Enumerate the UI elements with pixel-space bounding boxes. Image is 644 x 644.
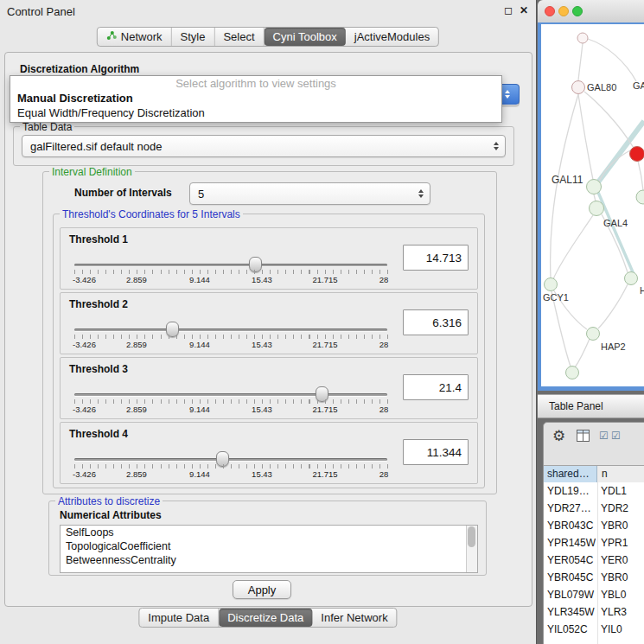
table-row[interactable]: YPR145WYPR1 bbox=[544, 534, 644, 552]
tick-label: 2.859 bbox=[126, 469, 147, 479]
tab-discretize-data[interactable]: Discretize Data bbox=[219, 609, 312, 627]
table-header: shared… n bbox=[544, 465, 644, 483]
window-title: Control Panel bbox=[7, 5, 75, 18]
tab-label: Infer Network bbox=[321, 611, 387, 624]
close-traffic-light[interactable] bbox=[545, 6, 555, 16]
column-header-name[interactable]: n bbox=[598, 466, 644, 482]
table-browser-window: ⚙ ☑ ☑ shared… n YDL19…YDL1 YDR27…YDR2 YB… bbox=[543, 422, 644, 644]
numerical-attributes-list: SelfLoops TopologicalCoefficient Between… bbox=[60, 525, 478, 573]
close-icon[interactable]: ✕ bbox=[520, 4, 528, 16]
threshold-3-slider-track[interactable] bbox=[74, 393, 387, 396]
network-node[interactable] bbox=[566, 367, 579, 379]
list-item[interactable]: TopologicalCoefficient bbox=[61, 539, 477, 553]
list-item[interactable]: SelfLoops bbox=[61, 526, 477, 539]
threshold-3-panel: Threshold 3 -3.426 2.859 9.144 15.43 21.… bbox=[60, 357, 478, 419]
network-node[interactable] bbox=[590, 201, 604, 216]
tab-style[interactable]: Style bbox=[172, 28, 215, 46]
number-of-intervals-combo[interactable]: 5 bbox=[189, 182, 430, 205]
interval-definition-group-title: Interval Definition bbox=[49, 166, 135, 178]
network-window-titlebar[interactable] bbox=[538, 0, 644, 23]
algorithm-dropdown-popup: Select algorithm to view settings Manual… bbox=[10, 75, 502, 123]
list-item[interactable]: BetweennessCentrality bbox=[61, 553, 477, 567]
table-row[interactable]: YER054CYER0 bbox=[544, 552, 644, 569]
attributes-group-title: Attributes to discretize bbox=[55, 495, 163, 507]
tab-network[interactable]: Network bbox=[98, 28, 172, 46]
tab-label: Select bbox=[223, 30, 254, 43]
tab-label: jActiveModules bbox=[354, 30, 430, 43]
threshold-4-slider-track[interactable] bbox=[74, 458, 387, 461]
column-divider bbox=[597, 482, 598, 644]
threshold-1-slider-track[interactable] bbox=[74, 264, 387, 266]
popup-prompt: Select algorithm to view settings bbox=[10, 76, 501, 91]
table-row[interactable]: YDL19…YDL1 bbox=[544, 482, 644, 500]
tick-label: 9.144 bbox=[189, 275, 210, 284]
checkbox-icon[interactable]: ☑ bbox=[611, 430, 621, 442]
tick-label: 15.43 bbox=[252, 275, 272, 284]
column-header-shared-name[interactable]: shared… bbox=[544, 466, 597, 482]
minimize-traffic-light[interactable] bbox=[558, 6, 569, 16]
table-panel-titlebar[interactable]: Table Panel bbox=[538, 394, 644, 418]
checkbox-icon[interactable]: ☑ bbox=[599, 430, 609, 442]
threshold-coordinates-group-title: Threshold's Coordinates for 5 Intervals bbox=[60, 208, 243, 220]
scrollbar-thumb[interactable] bbox=[468, 526, 475, 547]
tab-select[interactable]: Select bbox=[214, 28, 264, 46]
table-row[interactable]: YDR27…YDR2 bbox=[544, 500, 644, 517]
tick-label: 9.144 bbox=[189, 340, 210, 349]
network-node[interactable] bbox=[587, 328, 600, 341]
table-data-combo[interactable]: galFiltered.sif default node bbox=[22, 135, 506, 157]
tick-label: 9.144 bbox=[189, 405, 210, 414]
network-node[interactable] bbox=[636, 190, 644, 204]
slider-tick-marks bbox=[74, 335, 388, 339]
zoom-traffic-light[interactable] bbox=[572, 6, 583, 16]
network-node[interactable] bbox=[625, 272, 638, 285]
tick-label: 28 bbox=[379, 340, 389, 349]
network-icon bbox=[106, 30, 118, 43]
network-view-window: GAL80 GA GAL11 GAL4 GCY1 H HAP2 bbox=[538, 0, 644, 391]
table-row[interactable]: YLR345WYLR3 bbox=[544, 603, 644, 621]
tab-infer-network[interactable]: Infer Network bbox=[312, 609, 396, 627]
tab-label: Network bbox=[121, 30, 163, 43]
tab-label: Cyni Toolbox bbox=[273, 30, 337, 43]
tab-impute-data[interactable]: Impute Data bbox=[139, 609, 219, 627]
chevron-up-down-icon bbox=[418, 189, 424, 198]
threshold-4-value-field[interactable] bbox=[403, 439, 469, 465]
table-row[interactable]: YBR045CYBR0 bbox=[544, 569, 644, 586]
slider-tick-marks bbox=[74, 464, 388, 469]
node-label: H bbox=[640, 285, 644, 296]
tab-label: Discretize Data bbox=[227, 611, 303, 624]
table-row[interactable]: YBL079WYBL0 bbox=[544, 586, 644, 603]
network-view-frame: GAL80 GA GAL11 GAL4 GCY1 H HAP2 bbox=[538, 22, 644, 391]
network-node[interactable] bbox=[545, 278, 558, 291]
popup-item-equal-width[interactable]: Equal Width/Frequency Discretization bbox=[10, 105, 501, 120]
threshold-2-slider-track[interactable] bbox=[74, 328, 387, 331]
threshold-2-panel: Threshold 2 -3.426 2.859 9.144 15.43 21.… bbox=[60, 292, 478, 354]
tab-cyni-toolbox[interactable]: Cyni Toolbox bbox=[265, 28, 346, 46]
network-edge[interactable] bbox=[596, 188, 636, 280]
table-row[interactable]: YBR043CYBR0 bbox=[544, 517, 644, 534]
bottom-tabs: Impute Data Discretize Data Infer Networ… bbox=[138, 608, 397, 628]
node-label: GAL4 bbox=[603, 218, 628, 228]
tab-jactivemodules[interactable]: jActiveModules bbox=[346, 28, 438, 46]
threshold-1-value-field[interactable] bbox=[403, 245, 469, 271]
network-canvas[interactable]: GAL80 GA GAL11 GAL4 GCY1 H HAP2 bbox=[541, 24, 644, 386]
network-node[interactable] bbox=[572, 81, 585, 94]
list-scrollbar[interactable] bbox=[466, 526, 477, 572]
network-node[interactable] bbox=[577, 33, 588, 43]
tick-label: 15.43 bbox=[252, 469, 272, 479]
threshold-2-value-field[interactable] bbox=[403, 309, 469, 335]
threshold-3-value-field[interactable] bbox=[403, 374, 469, 400]
network-node[interactable] bbox=[587, 180, 602, 194]
gear-icon[interactable]: ⚙ bbox=[552, 427, 565, 445]
apply-button[interactable]: Apply bbox=[233, 580, 291, 599]
float-window-icon[interactable]: ◻ bbox=[504, 4, 513, 16]
network-node-selected[interactable] bbox=[630, 147, 644, 162]
popup-item-manual-discretization[interactable]: Manual Discretization bbox=[10, 91, 501, 105]
table-columns-icon[interactable] bbox=[577, 430, 590, 445]
table-body: YDL19…YDL1 YDR27…YDR2 YBR043CYBR0 YPR145… bbox=[544, 482, 644, 644]
table-row[interactable]: YIL052CYIL0 bbox=[544, 621, 644, 638]
tick-label: 2.859 bbox=[126, 405, 147, 414]
number-of-intervals-label: Number of Intervals bbox=[74, 187, 172, 199]
tick-label: 21.715 bbox=[312, 340, 337, 349]
discretization-algorithm-group-title: Discretization Algorithm bbox=[20, 63, 139, 75]
tick-label: -3.426 bbox=[73, 340, 96, 349]
